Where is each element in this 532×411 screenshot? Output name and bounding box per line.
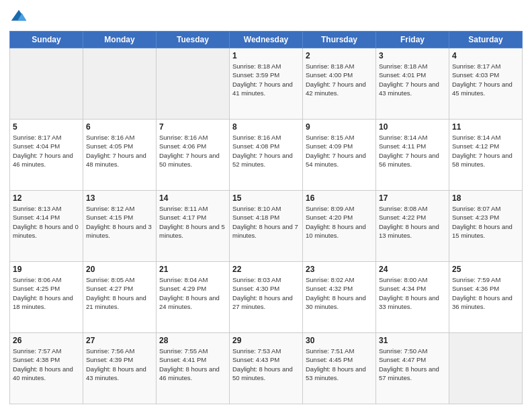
- day-info: Sunrise: 8:08 AM Sunset: 4:22 PM Dayligh…: [379, 204, 446, 240]
- day-number: 7: [159, 122, 226, 132]
- weekday-header: Wednesday: [230, 32, 303, 48]
- calendar-day-cell: [83, 48, 157, 120]
- day-info: Sunrise: 8:18 AM Sunset: 4:01 PM Dayligh…: [379, 62, 446, 97]
- day-number: 31: [379, 336, 446, 345]
- day-info: Sunrise: 8:10 AM Sunset: 4:18 PM Dayligh…: [232, 204, 300, 240]
- day-number: 22: [232, 265, 300, 274]
- day-info: Sunrise: 8:11 AM Sunset: 4:17 PM Dayligh…: [159, 204, 226, 240]
- weekday-header: Sunday: [10, 32, 83, 48]
- calendar-day-cell: 26Sunrise: 7:57 AM Sunset: 4:38 PM Dayli…: [10, 333, 83, 404]
- day-info: Sunrise: 7:59 AM Sunset: 4:36 PM Dayligh…: [452, 275, 519, 311]
- calendar-week-row: 5Sunrise: 8:17 AM Sunset: 4:04 PM Daylig…: [10, 120, 523, 191]
- day-info: Sunrise: 8:16 AM Sunset: 4:05 PM Dayligh…: [86, 133, 153, 169]
- weekday-header: Thursday: [303, 32, 376, 48]
- calendar-day-cell: 7Sunrise: 8:16 AM Sunset: 4:06 PM Daylig…: [157, 120, 230, 191]
- day-info: Sunrise: 7:50 AM Sunset: 4:47 PM Dayligh…: [379, 347, 446, 382]
- day-number: 10: [379, 122, 446, 132]
- day-number: 11: [452, 122, 519, 132]
- calendar-day-cell: [157, 48, 230, 120]
- calendar-day-cell: 28Sunrise: 7:55 AM Sunset: 4:41 PM Dayli…: [157, 333, 230, 404]
- day-info: Sunrise: 8:17 AM Sunset: 4:03 PM Dayligh…: [452, 62, 519, 97]
- logo-icon: [9, 8, 28, 27]
- day-number: 1: [232, 51, 300, 60]
- day-info: Sunrise: 8:02 AM Sunset: 4:32 PM Dayligh…: [306, 275, 373, 311]
- calendar-day-cell: [449, 333, 523, 404]
- calendar-day-cell: 14Sunrise: 8:11 AM Sunset: 4:17 PM Dayli…: [157, 191, 230, 262]
- day-number: 4: [452, 51, 519, 60]
- calendar-day-cell: 29Sunrise: 7:53 AM Sunset: 4:43 PM Dayli…: [230, 333, 303, 404]
- day-info: Sunrise: 8:05 AM Sunset: 4:27 PM Dayligh…: [86, 275, 153, 311]
- calendar-day-cell: 1Sunrise: 8:18 AM Sunset: 3:59 PM Daylig…: [230, 48, 303, 120]
- calendar-week-row: 26Sunrise: 7:57 AM Sunset: 4:38 PM Dayli…: [10, 333, 523, 404]
- day-info: Sunrise: 8:06 AM Sunset: 4:25 PM Dayligh…: [13, 275, 80, 311]
- day-info: Sunrise: 7:57 AM Sunset: 4:38 PM Dayligh…: [13, 347, 80, 382]
- day-number: 20: [86, 265, 153, 274]
- calendar-day-cell: 15Sunrise: 8:10 AM Sunset: 4:18 PM Dayli…: [230, 191, 303, 262]
- calendar-day-cell: 8Sunrise: 8:16 AM Sunset: 4:08 PM Daylig…: [230, 120, 303, 191]
- calendar-day-cell: 6Sunrise: 8:16 AM Sunset: 4:05 PM Daylig…: [83, 120, 157, 191]
- day-info: Sunrise: 7:55 AM Sunset: 4:41 PM Dayligh…: [159, 347, 226, 382]
- day-number: 13: [86, 193, 153, 203]
- calendar-day-cell: 21Sunrise: 8:04 AM Sunset: 4:29 PM Dayli…: [157, 262, 230, 333]
- header: [9, 7, 523, 27]
- day-info: Sunrise: 8:13 AM Sunset: 4:14 PM Dayligh…: [13, 204, 80, 240]
- day-number: 6: [86, 122, 153, 132]
- day-number: 26: [13, 336, 80, 345]
- day-info: Sunrise: 8:07 AM Sunset: 4:23 PM Dayligh…: [452, 204, 519, 240]
- day-number: 12: [13, 193, 80, 203]
- weekday-header: Tuesday: [157, 32, 230, 48]
- day-number: 3: [379, 51, 446, 60]
- calendar-day-cell: [10, 48, 83, 120]
- calendar-week-row: 19Sunrise: 8:06 AM Sunset: 4:25 PM Dayli…: [10, 262, 523, 333]
- day-number: 29: [232, 336, 300, 345]
- day-info: Sunrise: 7:53 AM Sunset: 4:43 PM Dayligh…: [232, 347, 300, 382]
- logo: [9, 9, 30, 27]
- day-info: Sunrise: 8:09 AM Sunset: 4:20 PM Dayligh…: [306, 204, 373, 240]
- weekday-header: Friday: [376, 32, 449, 48]
- day-number: 14: [159, 193, 226, 203]
- day-info: Sunrise: 8:17 AM Sunset: 4:04 PM Dayligh…: [13, 133, 80, 169]
- day-info: Sunrise: 8:00 AM Sunset: 4:34 PM Dayligh…: [379, 275, 446, 311]
- weekday-header: Monday: [83, 32, 157, 48]
- day-number: 28: [159, 336, 226, 345]
- calendar-day-cell: 11Sunrise: 8:14 AM Sunset: 4:12 PM Dayli…: [449, 120, 523, 191]
- calendar-day-cell: 19Sunrise: 8:06 AM Sunset: 4:25 PM Dayli…: [10, 262, 83, 333]
- day-number: 30: [306, 336, 373, 345]
- day-info: Sunrise: 8:16 AM Sunset: 4:06 PM Dayligh…: [159, 133, 226, 169]
- calendar-day-cell: 23Sunrise: 8:02 AM Sunset: 4:32 PM Dayli…: [303, 262, 376, 333]
- day-number: 5: [13, 122, 80, 132]
- day-number: 27: [86, 336, 153, 345]
- day-number: 25: [452, 265, 519, 274]
- calendar-day-cell: 18Sunrise: 8:07 AM Sunset: 4:23 PM Dayli…: [449, 191, 523, 262]
- day-number: 21: [159, 265, 226, 274]
- day-number: 2: [306, 51, 373, 60]
- day-number: 17: [379, 193, 446, 203]
- calendar-day-cell: 17Sunrise: 8:08 AM Sunset: 4:22 PM Dayli…: [376, 191, 449, 262]
- day-info: Sunrise: 8:12 AM Sunset: 4:15 PM Dayligh…: [86, 204, 153, 240]
- page-container: SundayMondayTuesdayWednesdayThursdayFrid…: [0, 0, 532, 411]
- day-info: Sunrise: 7:56 AM Sunset: 4:39 PM Dayligh…: [86, 347, 153, 382]
- calendar-day-cell: 2Sunrise: 8:18 AM Sunset: 4:00 PM Daylig…: [303, 48, 376, 120]
- day-info: Sunrise: 8:14 AM Sunset: 4:12 PM Dayligh…: [452, 133, 519, 169]
- day-info: Sunrise: 7:51 AM Sunset: 4:45 PM Dayligh…: [306, 347, 373, 382]
- calendar-day-cell: 31Sunrise: 7:50 AM Sunset: 4:47 PM Dayli…: [376, 333, 449, 404]
- calendar-day-cell: 4Sunrise: 8:17 AM Sunset: 4:03 PM Daylig…: [449, 48, 523, 120]
- day-number: 15: [232, 193, 300, 203]
- calendar-day-cell: 16Sunrise: 8:09 AM Sunset: 4:20 PM Dayli…: [303, 191, 376, 262]
- day-number: 16: [306, 193, 373, 203]
- day-info: Sunrise: 8:16 AM Sunset: 4:08 PM Dayligh…: [232, 133, 300, 169]
- day-number: 8: [232, 122, 300, 132]
- day-number: 18: [452, 193, 519, 203]
- day-info: Sunrise: 8:14 AM Sunset: 4:11 PM Dayligh…: [379, 133, 446, 169]
- calendar-day-cell: 22Sunrise: 8:03 AM Sunset: 4:30 PM Dayli…: [230, 262, 303, 333]
- day-number: 24: [379, 265, 446, 274]
- calendar-header-row: SundayMondayTuesdayWednesdayThursdayFrid…: [10, 32, 523, 48]
- calendar-day-cell: 3Sunrise: 8:18 AM Sunset: 4:01 PM Daylig…: [376, 48, 449, 120]
- day-number: 9: [306, 122, 373, 132]
- day-info: Sunrise: 8:15 AM Sunset: 4:09 PM Dayligh…: [306, 133, 373, 169]
- calendar-day-cell: 13Sunrise: 8:12 AM Sunset: 4:15 PM Dayli…: [83, 191, 157, 262]
- day-info: Sunrise: 8:03 AM Sunset: 4:30 PM Dayligh…: [232, 275, 300, 311]
- calendar-day-cell: 27Sunrise: 7:56 AM Sunset: 4:39 PM Dayli…: [83, 333, 157, 404]
- weekday-header: Saturday: [449, 32, 523, 48]
- day-info: Sunrise: 8:04 AM Sunset: 4:29 PM Dayligh…: [159, 275, 226, 311]
